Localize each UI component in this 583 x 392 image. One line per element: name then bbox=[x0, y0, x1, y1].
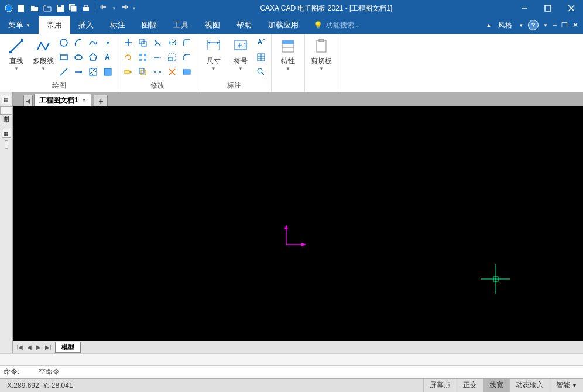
clipboard-group-label bbox=[308, 81, 334, 91]
spline-icon[interactable] bbox=[87, 36, 100, 49]
doc-tab-scroll-left[interactable]: ◀ bbox=[23, 95, 33, 106]
text-icon[interactable]: A bbox=[101, 51, 114, 64]
save-icon[interactable] bbox=[55, 3, 66, 13]
layout-last-icon[interactable]: ▶| bbox=[43, 343, 53, 352]
offset-icon[interactable] bbox=[136, 66, 149, 78]
scale-icon[interactable] bbox=[166, 51, 179, 64]
undo-dropdown-icon[interactable]: ▼ bbox=[112, 6, 116, 11]
library-tab[interactable]: 图库 bbox=[0, 106, 12, 115]
dimension-size-button[interactable]: 尺寸▼ bbox=[201, 36, 227, 73]
layout-first-icon[interactable]: |◀ bbox=[15, 343, 25, 352]
tab-addins[interactable]: 加载应用 bbox=[260, 16, 307, 34]
library-tab-icon[interactable]: ▤ bbox=[2, 95, 11, 104]
open-file-icon[interactable] bbox=[42, 3, 53, 13]
print-icon[interactable] bbox=[81, 3, 91, 13]
copy-icon[interactable] bbox=[136, 36, 149, 49]
trim-icon[interactable] bbox=[151, 36, 164, 49]
svg-rect-3 bbox=[58, 5, 61, 7]
doc-minimize-icon[interactable]: − bbox=[553, 21, 557, 29]
ribbon-group-properties: 特性▼ bbox=[272, 34, 305, 92]
chamfer-icon[interactable] bbox=[180, 51, 193, 64]
help-dropdown-icon[interactable]: ▼ bbox=[543, 23, 548, 28]
drawing-canvas[interactable] bbox=[13, 106, 583, 341]
fillet-icon[interactable] bbox=[180, 36, 193, 49]
polygon-icon[interactable] bbox=[87, 51, 100, 64]
open-folder-icon[interactable] bbox=[29, 3, 40, 13]
svg-rect-67 bbox=[319, 39, 324, 42]
tab-view[interactable]: 视图 bbox=[197, 16, 228, 34]
fill-icon[interactable] bbox=[101, 66, 114, 78]
tab-tools[interactable]: 工具 bbox=[165, 16, 197, 34]
svg-rect-42 bbox=[139, 68, 144, 73]
style-selector[interactable]: ▲ 风格 ▼ bbox=[486, 20, 524, 30]
document-tab[interactable]: 工程图文档1 × bbox=[34, 94, 91, 106]
tab-common[interactable]: 常用 bbox=[39, 16, 70, 34]
arc-icon[interactable] bbox=[72, 36, 85, 49]
tab-help[interactable]: 帮助 bbox=[228, 16, 260, 34]
undo-icon[interactable] bbox=[99, 3, 109, 13]
break-icon[interactable] bbox=[151, 66, 164, 78]
doc-close-icon[interactable]: ✕ bbox=[572, 21, 578, 29]
doc-restore-icon[interactable]: ❐ bbox=[561, 21, 568, 29]
construction-line-icon[interactable] bbox=[57, 66, 70, 78]
screen-point-toggle[interactable]: 屏幕点 bbox=[423, 379, 457, 393]
dynamic-input-toggle[interactable]: 动态输入 bbox=[509, 379, 550, 393]
redo-dropdown-icon[interactable]: ▼ bbox=[132, 6, 136, 11]
layout-prev-icon[interactable]: ◀ bbox=[25, 343, 34, 352]
tab-annotation[interactable]: 标注 bbox=[102, 16, 133, 34]
command-history-strip bbox=[0, 353, 583, 365]
properties-button[interactable]: 特性▼ bbox=[275, 36, 301, 73]
stretch-icon[interactable] bbox=[122, 66, 135, 78]
ribbon-search[interactable]: 💡 功能搜索... bbox=[314, 20, 360, 30]
new-document-icon[interactable] bbox=[16, 3, 27, 13]
tab-drawing-frame[interactable]: 图幅 bbox=[133, 16, 165, 34]
svg-line-25 bbox=[90, 68, 92, 71]
dimension-symbol-button[interactable]: ⊕.1 符号▼ bbox=[228, 36, 253, 73]
smart-toggle[interactable]: 智能▼ bbox=[550, 379, 583, 393]
rotate-icon[interactable] bbox=[122, 51, 135, 64]
maximize-button[interactable] bbox=[536, 0, 560, 16]
svg-rect-43 bbox=[141, 70, 146, 75]
minimize-button[interactable] bbox=[513, 0, 536, 16]
tab-insert[interactable]: 插入 bbox=[70, 16, 102, 34]
table-icon[interactable] bbox=[255, 51, 268, 64]
properties-tab-icon[interactable]: ▦ bbox=[2, 129, 11, 138]
app-icon[interactable] bbox=[4, 3, 14, 13]
menu-file[interactable]: 菜单▼ bbox=[0, 16, 39, 34]
svg-text:A: A bbox=[105, 53, 110, 61]
move-icon[interactable] bbox=[122, 36, 135, 49]
rectangle-icon[interactable] bbox=[57, 51, 70, 64]
balloon-icon[interactable] bbox=[255, 66, 268, 78]
leader-text-icon[interactable]: A bbox=[255, 36, 268, 49]
circle-icon[interactable] bbox=[57, 36, 70, 49]
mirror-icon[interactable] bbox=[166, 36, 179, 49]
dimension-icon bbox=[205, 37, 222, 55]
extend-icon[interactable] bbox=[151, 51, 164, 64]
hatch-icon[interactable] bbox=[87, 66, 100, 78]
help-button[interactable]: ? bbox=[528, 20, 539, 30]
svg-marker-31 bbox=[125, 56, 127, 57]
ellipse-icon[interactable] bbox=[72, 51, 85, 64]
layout-next-icon[interactable]: ▶ bbox=[34, 343, 43, 352]
polyline-button[interactable]: 多段线▼ bbox=[30, 36, 56, 73]
ray-icon[interactable] bbox=[72, 66, 85, 78]
add-document-tab[interactable]: + bbox=[94, 95, 108, 106]
save-all-icon[interactable] bbox=[68, 3, 78, 13]
command-line[interactable]: 命令: 空命令 bbox=[0, 365, 583, 378]
clipboard-button[interactable]: 剪切板▼ bbox=[308, 36, 334, 73]
close-tab-icon[interactable]: × bbox=[82, 96, 87, 105]
redo-icon[interactable] bbox=[119, 3, 129, 13]
explode-icon[interactable] bbox=[166, 66, 179, 78]
align-icon[interactable] bbox=[180, 66, 193, 78]
close-button[interactable] bbox=[560, 0, 583, 16]
document-area: ▤ 图库 ▦ ◀ 工程图文档1 × + bbox=[0, 92, 583, 353]
properties-tab[interactable] bbox=[5, 140, 8, 149]
ortho-toggle[interactable]: 正交 bbox=[457, 379, 483, 393]
line-button[interactable]: 直线▼ bbox=[4, 36, 29, 73]
array-icon[interactable] bbox=[136, 51, 149, 64]
point-icon[interactable] bbox=[101, 36, 114, 49]
crosshair-cursor bbox=[481, 264, 510, 294]
model-tab[interactable]: 模型 bbox=[55, 342, 81, 353]
status-bar: X:289.692, Y:-28.041 屏幕点 正交 线宽 动态输入 智能▼ bbox=[0, 378, 583, 392]
linewidth-toggle[interactable]: 线宽 bbox=[483, 379, 509, 393]
